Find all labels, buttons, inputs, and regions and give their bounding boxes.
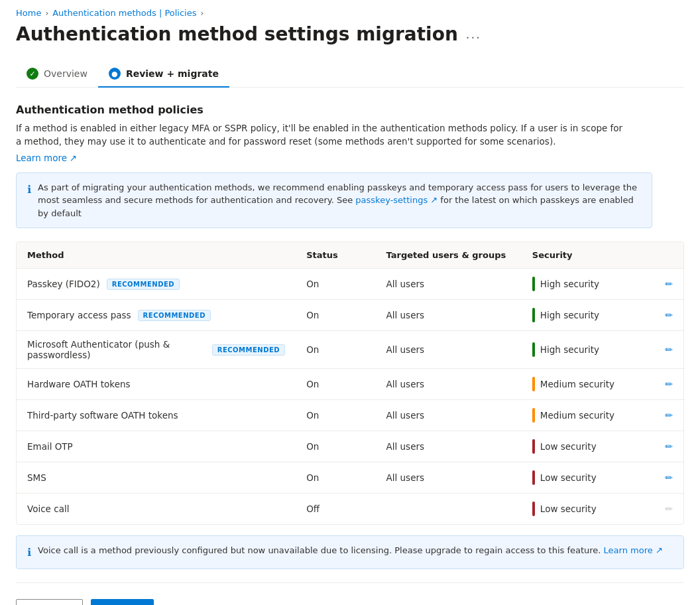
edit-icon-3[interactable]: ✏ [665,379,673,389]
method-name-3: Hardware OATH tokens [27,379,131,389]
action-cell-3[interactable]: ✏ [654,369,683,400]
security-bar-2 [532,342,535,357]
status-cell-4: On [296,400,375,431]
security-cell-7: Low security [522,494,654,525]
status-cell-2: On [296,331,375,369]
targeted-cell-5: All users [376,431,522,462]
page-title: Authentication method settings migration [16,23,458,45]
method-name-6: SMS [27,472,46,483]
security-label-5: Low security [540,441,597,452]
breadcrumb-sep1: › [45,9,48,18]
table-header-row: Method Status Targeted users & groups Se… [17,242,683,269]
method-cell-4: Third-party software OATH tokens [17,400,296,431]
tab-overview[interactable]: ✓ Overview [16,61,98,88]
page-title-row: Authentication method settings migration… [16,23,684,45]
security-label-4: Medium security [540,410,614,421]
previous-button[interactable]: Previous [16,599,83,605]
table-row: SMSOnAll usersLow security✏ [17,462,683,494]
edit-icon-5[interactable]: ✏ [665,441,673,452]
action-cell-1[interactable]: ✏ [654,300,683,331]
migrate-button[interactable]: Migrate [91,599,154,605]
method-name-1: Temporary access pass [27,310,131,320]
breadcrumb-section[interactable]: Authentication methods | Policies [52,8,196,18]
security-bar-6 [532,470,535,485]
breadcrumb-home[interactable]: Home [16,8,41,18]
info-icon: ℹ [27,182,31,198]
method-cell-0: Passkey (FIDO2)RECOMMENDED [17,269,296,300]
method-cell-3: Hardware OATH tokens [17,369,296,400]
action-cell-6[interactable]: ✏ [654,462,683,494]
edit-icon-4[interactable]: ✏ [665,410,673,421]
action-cell-5[interactable]: ✏ [654,431,683,462]
method-name-0: Passkey (FIDO2) [27,279,100,289]
table-row: Third-party software OATH tokensOnAll us… [17,400,683,431]
method-name-2: Microsoft Authenticator (push & password… [27,339,205,360]
method-name-7: Voice call [27,504,69,514]
edit-icon-6[interactable]: ✏ [665,472,673,483]
status-cell-3: On [296,369,375,400]
breadcrumb: Home › Authentication methods | Policies… [16,0,684,23]
info-banner: ℹ As part of migrating your authenticati… [16,172,652,229]
targeted-cell-3: All users [376,369,522,400]
tab-overview-label: Overview [44,68,88,79]
col-header-status: Status [296,242,375,269]
table-row: Hardware OATH tokensOnAll usersMedium se… [17,369,683,400]
method-name-4: Third-party software OATH tokens [27,410,178,421]
methods-table: Method Status Targeted users & groups Se… [17,242,683,524]
security-bar-5 [532,439,535,454]
edit-icon-0[interactable]: ✏ [665,279,673,289]
breadcrumb-sep2: › [200,9,204,18]
method-cell-7: Voice call [17,494,296,525]
more-options-icon[interactable]: ... [466,27,481,41]
status-cell-1: On [296,300,375,331]
action-cell-7: ✏ [654,494,683,525]
status-cell-7: Off [296,494,375,525]
tab-review[interactable]: ● Review + migrate [98,61,229,88]
footer-divider [16,582,684,583]
targeted-cell-7 [376,494,522,525]
status-cell-5: On [296,431,375,462]
learn-more-link[interactable]: Learn more ↗ [16,153,77,163]
targeted-cell-1: All users [376,300,522,331]
passkey-settings-link[interactable]: passkey-settings ↗ [355,195,438,205]
security-cell-1: High security [522,300,654,331]
action-cell-2[interactable]: ✏ [654,331,683,369]
col-header-method: Method [17,242,296,269]
edit-icon-1[interactable]: ✏ [665,310,673,320]
table-row: Microsoft Authenticator (push & password… [17,331,683,369]
security-cell-4: Medium security [522,400,654,431]
security-cell-5: Low security [522,431,654,462]
method-cell-1: Temporary access passRECOMMENDED [17,300,296,331]
table-row: Temporary access passRECOMMENDEDOnAll us… [17,300,683,331]
security-bar-3 [532,377,535,391]
method-cell-2: Microsoft Authenticator (push & password… [17,331,296,369]
warning-learn-more-link[interactable]: Learn more ↗ [604,545,663,555]
table-row: Email OTPOnAll usersLow security✏ [17,431,683,462]
security-bar-0 [532,277,535,291]
col-header-targeted: Targeted users & groups [376,242,522,269]
security-cell-0: High security [522,269,654,300]
edit-icon-7: ✏ [665,504,673,514]
targeted-cell-4: All users [376,400,522,431]
security-label-2: High security [540,344,599,355]
action-cell-4[interactable]: ✏ [654,400,683,431]
targeted-cell-6: All users [376,462,522,494]
security-bar-1 [532,308,535,322]
methods-table-container: Method Status Targeted users & groups Se… [16,241,684,525]
table-row: Voice callOffLow security✏ [17,494,683,525]
info-banner-text: As part of migrating your authentication… [38,181,641,220]
method-cell-6: SMS [17,462,296,494]
security-label-7: Low security [540,504,597,514]
edit-icon-2[interactable]: ✏ [665,344,673,355]
warning-banner: ℹ Voice call is a method previously conf… [16,535,684,569]
badge-recommended-0: RECOMMENDED [107,279,180,290]
section-title: Authentication method policies [16,103,684,116]
security-label-1: High security [540,310,599,320]
targeted-cell-2: All users [376,331,522,369]
badge-recommended-2: RECOMMENDED [212,344,285,356]
action-cell-0[interactable]: ✏ [654,269,683,300]
targeted-cell-0: All users [376,269,522,300]
warning-icon: ℹ [27,545,31,561]
footer-buttons: Previous Migrate [16,599,684,605]
security-label-0: High security [540,279,599,289]
